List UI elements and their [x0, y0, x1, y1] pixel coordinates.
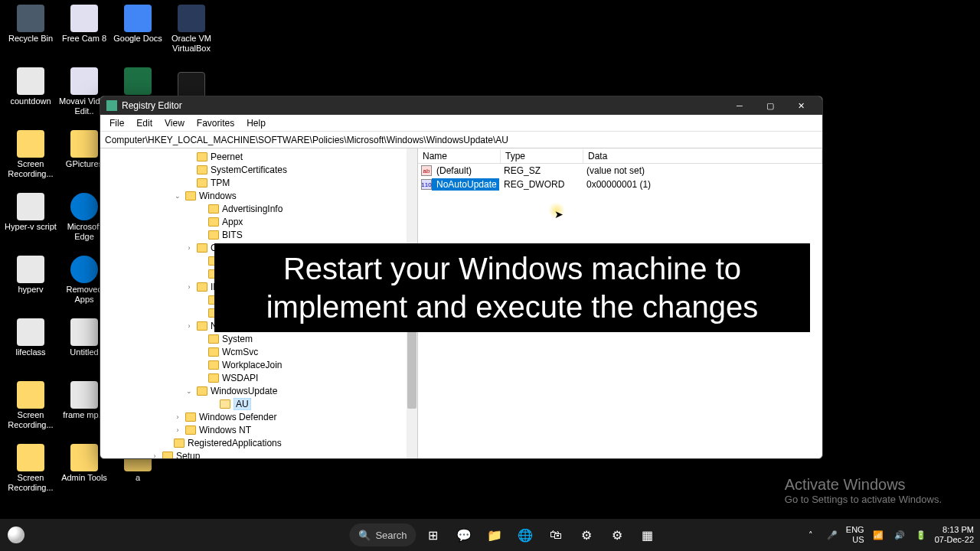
maximize-button[interactable]: ▢ — [755, 96, 786, 115]
desktop-icon[interactable]: Google Docs — [112, 5, 164, 44]
taskbar-center: 🔍 Search ⊞ 💬 📁 🌐 🛍 ⚙ ⚙ ▦ — [318, 521, 661, 549]
folder-icon — [197, 243, 207, 253]
col-type[interactable]: Type — [501, 149, 583, 163]
tree-node[interactable]: ›Windows NT — [100, 423, 417, 436]
volume-icon[interactable]: 🔊 — [892, 527, 907, 543]
folder-icon — [162, 452, 173, 459]
start-button[interactable] — [318, 521, 346, 549]
icon-label: Admin Tools — [61, 473, 107, 483]
tree-node[interactable]: BITS — [100, 228, 417, 241]
chat-icon[interactable]: 💬 — [450, 521, 478, 549]
expand-icon[interactable]: › — [185, 283, 194, 291]
desktop-icon[interactable]: hyperv — [5, 256, 57, 295]
tree-node[interactable]: Peernet — [100, 150, 417, 163]
task-view-icon[interactable]: ⊞ — [420, 521, 447, 549]
expand-icon[interactable]: › — [185, 244, 194, 252]
value-row[interactable]: ab(Default)REG_SZ(value not set) — [418, 164, 822, 178]
values-header: Name Type Data — [418, 148, 822, 164]
desktop-icon[interactable]: Screen Recording... — [5, 444, 57, 493]
tree-label: Peernet — [211, 152, 243, 162]
tree-node[interactable]: ›Windows Defender — [100, 410, 417, 423]
app-icon[interactable]: ▦ — [634, 521, 662, 549]
menu-view[interactable]: View — [158, 116, 191, 130]
address-text: Computer\HKEY_LOCAL_MACHINE\SOFTWARE\Pol… — [105, 135, 508, 145]
folder-icon — [197, 321, 207, 331]
folder-icon — [185, 425, 196, 435]
folder-icon — [220, 399, 230, 409]
expand-icon[interactable]: ⌄ — [173, 192, 182, 200]
value-row[interactable]: 110NoAutoUpdateREG_DWORD0x00000001 (1) — [418, 178, 822, 191]
expand-icon[interactable]: › — [185, 322, 194, 330]
tree-node[interactable]: AU — [100, 397, 417, 410]
mic-icon[interactable]: 🎤 — [825, 527, 840, 543]
wifi-icon[interactable]: 📶 — [871, 527, 886, 543]
desktop-icon[interactable]: Recycle Bin — [5, 5, 57, 44]
cursor-icon: ➤ — [554, 208, 564, 220]
desktop-icon[interactable]: Oracle VM VirtualBox — [165, 5, 217, 54]
tree-label: AdvertisingInfo — [222, 204, 283, 214]
menu-favorites[interactable]: Favorites — [191, 116, 240, 130]
menu-help[interactable]: Help — [240, 116, 272, 130]
col-name[interactable]: Name — [418, 149, 501, 163]
tree-label: AU — [234, 398, 251, 410]
tree-node[interactable]: RegisteredApplications — [100, 436, 417, 449]
settings-icon[interactable]: ⚙ — [573, 521, 600, 549]
tree-node[interactable]: ⌄Windows — [100, 189, 417, 202]
folder-icon — [185, 412, 196, 422]
desktop-icon[interactable] — [112, 67, 164, 96]
icon-label: Screen Recording... — [5, 473, 57, 493]
explorer-icon[interactable]: 📁 — [481, 521, 508, 549]
icon-image — [17, 381, 44, 409]
desktop-icon[interactable]: countdown — [5, 67, 57, 106]
tree-node[interactable]: ›Setup — [100, 449, 417, 458]
col-data[interactable]: Data — [583, 149, 822, 163]
desktop-icon[interactable]: Screen Recording... — [5, 130, 57, 179]
weather-icon[interactable] — [8, 527, 24, 543]
titlebar[interactable]: Registry Editor ─ ▢ ✕ — [100, 96, 822, 115]
tree-node[interactable]: Appx — [100, 215, 417, 228]
desktop-icon[interactable]: Hyper-v script — [5, 193, 57, 232]
value-type-icon: 110 — [421, 179, 432, 190]
tree-node[interactable]: TPM — [100, 176, 417, 189]
tree-node[interactable]: System — [100, 332, 417, 345]
folder-icon — [197, 165, 207, 174]
edge-icon[interactable]: 🌐 — [511, 521, 539, 549]
tree-node[interactable]: WSDAPI — [100, 371, 417, 384]
icon-image — [17, 193, 44, 220]
tree-label: BITS — [222, 230, 243, 240]
close-button[interactable]: ✕ — [786, 96, 816, 115]
clock[interactable]: 8:13 PM 07-Dec-22 — [935, 525, 974, 544]
battery-icon[interactable]: 🔋 — [913, 527, 929, 543]
value-data: 0x00000001 (1) — [582, 178, 655, 191]
value-type: REG_DWORD — [499, 178, 582, 191]
desktop-icon[interactable]: lifeclass — [5, 318, 57, 357]
regedit-icon — [106, 100, 117, 111]
store-icon[interactable]: 🛍 — [542, 521, 570, 549]
language-indicator[interactable]: ENG US — [846, 525, 864, 544]
watermark-title: Activate Windows — [785, 476, 942, 494]
gear-icon[interactable]: ⚙ — [603, 521, 631, 549]
folder-icon — [197, 152, 207, 161]
tree-node[interactable]: WorkplaceJoin — [100, 358, 417, 371]
tray-chevron-icon[interactable]: ˄ — [803, 527, 818, 543]
expand-icon[interactable]: › — [173, 426, 182, 434]
expand-icon[interactable]: › — [150, 452, 159, 459]
menu-file[interactable]: File — [103, 116, 130, 130]
tree-node[interactable]: WcmSvc — [100, 345, 417, 358]
minimize-button[interactable]: ─ — [724, 96, 755, 115]
expand-icon[interactable]: ⌄ — [185, 387, 194, 395]
window-title: Registry Editor — [122, 100, 182, 111]
icon-label: Screen Recording... — [5, 159, 57, 179]
menu-edit[interactable]: Edit — [130, 116, 158, 130]
desktop-icon[interactable]: Free Cam 8 — [58, 5, 110, 44]
address-bar[interactable]: Computer\HKEY_LOCAL_MACHINE\SOFTWARE\Pol… — [100, 132, 822, 148]
search-placeholder: Search — [375, 530, 407, 541]
search-box[interactable]: 🔍 Search — [349, 523, 416, 546]
tree-label: SystemCertificates — [211, 165, 287, 175]
tree-node[interactable]: ⌄WindowsUpdate — [100, 384, 417, 397]
icon-label: countdown — [10, 96, 51, 106]
tree-node[interactable]: SystemCertificates — [100, 163, 417, 176]
desktop-icon[interactable]: Screen Recording... — [5, 381, 57, 430]
expand-icon[interactable]: › — [173, 413, 182, 421]
tree-node[interactable]: AdvertisingInfo — [100, 202, 417, 215]
